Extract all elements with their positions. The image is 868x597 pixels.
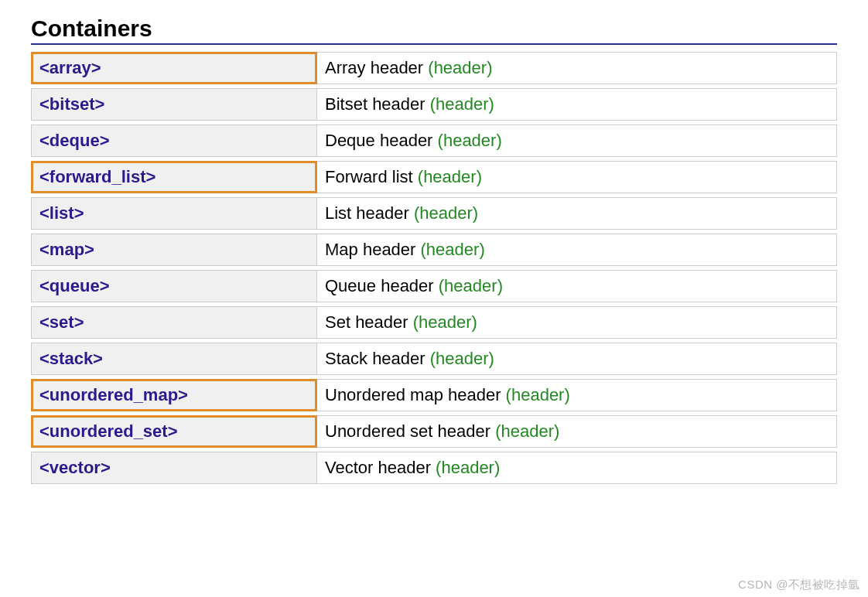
table-row: <list>List header (header) xyxy=(31,193,837,230)
header-type-label: (header) xyxy=(413,312,477,333)
table-row: <unordered_set>Unordered set header (hea… xyxy=(31,411,837,448)
header-type-label: (header) xyxy=(436,458,500,478)
header-name-link[interactable]: <unordered_set> xyxy=(31,415,317,448)
header-name-link[interactable]: <array> xyxy=(31,52,317,84)
table-row: <vector>Vector header (header) xyxy=(31,448,837,484)
header-name-cell: <unordered_set> xyxy=(31,411,317,448)
header-name-cell: <bitset> xyxy=(31,84,317,121)
header-desc-cell: Queue header (header) xyxy=(317,266,837,302)
table-row: <bitset>Bitset header (header) xyxy=(31,84,837,121)
header-desc-text: Unordered map header xyxy=(325,385,501,405)
table-row: <forward_list>Forward list (header) xyxy=(31,157,837,193)
header-desc-cell: Set header (header) xyxy=(317,302,837,339)
header-desc: Unordered set header (header) xyxy=(317,415,837,448)
header-desc-text: Stack header xyxy=(325,349,425,369)
header-name-link[interactable]: <vector> xyxy=(31,452,317,484)
header-desc: Forward list (header) xyxy=(317,161,837,193)
header-name-link[interactable]: <queue> xyxy=(31,270,317,302)
header-desc-text: Bitset header xyxy=(325,94,425,114)
table-row: <map>Map header (header) xyxy=(31,230,837,266)
header-desc: Deque header (header) xyxy=(317,125,837,157)
header-type-label: (header) xyxy=(421,240,485,260)
header-name-cell: <deque> xyxy=(31,121,317,157)
header-name-link[interactable]: <bitset> xyxy=(31,88,317,121)
containers-table-body: <array>Array header (header)<bitset>Bits… xyxy=(31,48,837,484)
header-desc: Map header (header) xyxy=(317,234,837,266)
table-row: <unordered_map>Unordered map header (hea… xyxy=(31,375,837,411)
header-desc-text: Deque header xyxy=(325,131,432,151)
header-desc: Vector header (header) xyxy=(317,452,837,484)
header-desc: List header (header) xyxy=(317,197,837,230)
header-type-label: (header) xyxy=(418,167,482,187)
table-row: <deque>Deque header (header) xyxy=(31,121,837,157)
header-desc-text: Forward list xyxy=(325,167,413,187)
header-name-cell: <list> xyxy=(31,193,317,230)
table-row: <array>Array header (header) xyxy=(31,48,837,84)
header-desc-cell: List header (header) xyxy=(317,193,837,230)
header-name-link[interactable]: <set> xyxy=(31,306,317,339)
header-desc-cell: Unordered set header (header) xyxy=(317,411,837,448)
header-name-link[interactable]: <stack> xyxy=(31,343,317,375)
header-name-link[interactable]: <map> xyxy=(31,234,317,266)
header-name-link[interactable]: <unordered_map> xyxy=(31,379,317,411)
header-desc-text: Array header xyxy=(325,58,423,78)
table-row: <queue>Queue header (header) xyxy=(31,266,837,302)
header-name-cell: <forward_list> xyxy=(31,157,317,193)
section-heading: Containers xyxy=(31,15,837,45)
header-desc-cell: Bitset header (header) xyxy=(317,84,837,121)
header-desc-cell: Stack header (header) xyxy=(317,339,837,375)
containers-table: <array>Array header (header)<bitset>Bits… xyxy=(31,48,837,484)
header-name-cell: <vector> xyxy=(31,448,317,484)
header-desc-cell: Array header (header) xyxy=(317,48,837,84)
header-desc: Set header (header) xyxy=(317,306,837,339)
header-type-label: (header) xyxy=(414,203,478,223)
header-desc-cell: Forward list (header) xyxy=(317,157,837,193)
table-row: <stack>Stack header (header) xyxy=(31,339,837,375)
header-name-cell: <set> xyxy=(31,302,317,339)
header-name-link[interactable]: <forward_list> xyxy=(31,161,317,193)
header-name-link[interactable]: <deque> xyxy=(31,125,317,157)
header-type-label: (header) xyxy=(430,94,494,114)
header-name-cell: <array> xyxy=(31,48,317,84)
header-desc-cell: Deque header (header) xyxy=(317,121,837,157)
header-type-label: (header) xyxy=(439,276,503,296)
header-type-label: (header) xyxy=(428,58,492,78)
header-desc-cell: Vector header (header) xyxy=(317,448,837,484)
header-desc: Array header (header) xyxy=(317,52,837,84)
header-name-cell: <unordered_map> xyxy=(31,375,317,411)
header-desc: Stack header (header) xyxy=(317,343,837,375)
header-type-label: (header) xyxy=(430,349,494,369)
header-name-cell: <stack> xyxy=(31,339,317,375)
header-type-label: (header) xyxy=(495,421,559,442)
header-type-label: (header) xyxy=(506,385,570,405)
header-desc-cell: Unordered map header (header) xyxy=(317,375,837,411)
header-desc: Unordered map header (header) xyxy=(317,379,837,411)
table-row: <set>Set header (header) xyxy=(31,302,837,339)
header-desc-text: List header xyxy=(325,203,409,223)
header-name-link[interactable]: <list> xyxy=(31,197,317,230)
header-type-label: (header) xyxy=(438,131,502,151)
header-desc-text: Queue header xyxy=(325,276,434,296)
header-desc: Bitset header (header) xyxy=(317,88,837,121)
header-desc-text: Vector header xyxy=(325,458,431,478)
header-desc-cell: Map header (header) xyxy=(317,230,837,266)
header-desc-text: Map header xyxy=(325,240,415,260)
header-name-cell: <map> xyxy=(31,230,317,266)
header-desc: Queue header (header) xyxy=(317,270,837,302)
header-desc-text: Unordered set header xyxy=(325,421,490,442)
header-desc-text: Set header xyxy=(325,312,408,333)
header-name-cell: <queue> xyxy=(31,266,317,302)
